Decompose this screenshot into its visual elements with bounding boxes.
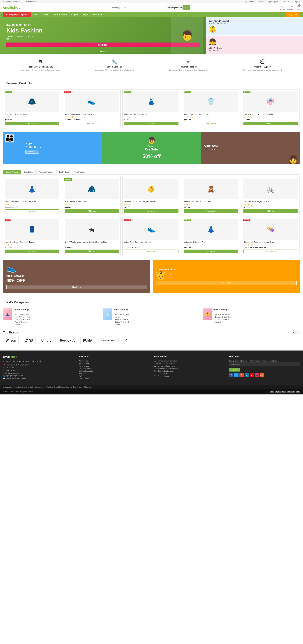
show-all-baby[interactable]: Show All xyxy=(213,321,232,323)
list-item[interactable]: Rompers & Body S... xyxy=(213,316,232,318)
add-to-cart-5[interactable]: Add to cart xyxy=(244,122,298,125)
list-item[interactable]: Shorts & Three-Fou... xyxy=(114,318,131,321)
recent-name-4[interactable]: Kashion Toys Pink Fur Teddy Bear xyxy=(184,201,238,203)
policy-item-terms-use[interactable]: Terms of Use xyxy=(78,365,149,367)
cart-icon[interactable]: 🛒 0 Cart xyxy=(296,5,300,10)
brand-pantofola[interactable]: Pantofola d'Oro xyxy=(98,338,118,343)
list-item[interactable]: Tops & Bottom Sets xyxy=(14,316,32,318)
recent-name-3[interactable]: Attractive Pink & Gray Bodysuit For Kids xyxy=(124,201,178,203)
add-to-cart-r5[interactable]: Add to cart xyxy=(244,210,298,213)
product-name-3[interactable]: Motherson Red Cotton Frock xyxy=(124,113,178,116)
girls-category-title[interactable]: Girls' Clothing › xyxy=(14,308,32,312)
policy-item-faq[interactable]: FAQ xyxy=(78,375,149,378)
social-facebook[interactable]: f xyxy=(229,373,234,377)
dot-3[interactable] xyxy=(104,51,106,52)
show-all-boys[interactable]: › Show All xyxy=(114,323,131,326)
brand-wilson[interactable]: Wilson xyxy=(3,337,19,344)
add-to-cart-r6[interactable]: Add to cart xyxy=(5,250,59,253)
recent-name-8[interactable]: Action Flutter Green Casual Shoes xyxy=(124,241,178,243)
language[interactable]: English xyxy=(294,1,300,2)
policy-item-saved[interactable]: Saved Cards xyxy=(78,378,149,380)
social-google[interactable]: G xyxy=(240,373,244,377)
add-to-cart-r4[interactable]: Add to cart xyxy=(184,210,238,213)
select-options-2[interactable]: Select options xyxy=(65,122,119,125)
recent-name-10[interactable]: Knee Length Dress Lorem Ipsum Dolor xyxy=(244,241,298,243)
currency[interactable]: 0 Dollar (US) xyxy=(281,1,291,2)
post-item-4[interactable]: Duis autem vel eum iriure dolor xyxy=(154,367,224,370)
post-item-1[interactable]: Duis autem vel eum iriure dolor xyxy=(154,360,224,362)
brands-next-button[interactable]: › xyxy=(296,330,300,334)
list-item[interactable]: Tops, Tees & Shirts xyxy=(14,313,32,316)
brands-prev-button[interactable]: ‹ xyxy=(292,330,296,334)
clothing-night-dresses[interactable]: Night Dresses & Nighties xyxy=(73,386,91,388)
post-item-7[interactable]: Post Format: Image xyxy=(154,375,224,378)
brand-vans[interactable]: VANS xyxy=(22,337,36,344)
select-options-r1[interactable]: Select options xyxy=(5,210,59,213)
logo[interactable]: emallshop xyxy=(3,6,20,10)
search-input[interactable] xyxy=(110,5,166,10)
brand-umbro[interactable]: Umbro xyxy=(39,337,54,344)
social-linkedin[interactable]: in xyxy=(244,373,249,377)
recent-name-6[interactable]: Hunks Blue Denim Straight Fit Jeans xyxy=(5,241,59,243)
recent-name-2[interactable]: Blue Cotton Reversible Jacket xyxy=(65,201,119,203)
login-link[interactable]: Login/Register xyxy=(267,1,278,2)
post-item-6[interactable]: Post Format: Gallery xyxy=(154,372,224,375)
social-twitter[interactable]: t xyxy=(234,373,238,377)
social-youtube[interactable]: ▶ xyxy=(250,373,254,377)
tab-sale[interactable]: Sale Products xyxy=(72,170,88,174)
policy-item-payments[interactable]: Payments xyxy=(78,372,149,375)
tab-recent[interactable]: Recent Products xyxy=(3,170,21,174)
buy-now-button[interactable]: Buy Now! xyxy=(286,12,300,17)
brand-nike[interactable]: ✓ xyxy=(122,337,130,344)
add-to-cart-r9[interactable]: Add to cart xyxy=(184,250,238,253)
newsletter-input[interactable] xyxy=(229,362,300,366)
search-button[interactable]: 🔍 xyxy=(183,5,190,10)
accessories-bags[interactable]: Bags, Belts & Wallets · xyxy=(14,386,30,388)
recent-name-5[interactable]: Love Baby Blue Tricycle For Kids xyxy=(244,201,298,203)
add-to-cart-3[interactable]: Add to cart xyxy=(124,122,178,125)
clothing-dresses[interactable]: Dresses · xyxy=(66,386,73,388)
list-item[interactable]: Top & Bottom Sets xyxy=(114,313,131,316)
tab-best-selling[interactable]: Best Selling xyxy=(22,170,36,174)
recent-name-7[interactable]: Bike 6V Rechargeable Battery Operated Ri… xyxy=(65,241,119,243)
list-item[interactable]: Shirts, T-Shirts & T... xyxy=(213,313,232,316)
checkout-link[interactable]: Checkout xyxy=(257,1,264,2)
nav-portfolios[interactable]: Portfolios ▾ xyxy=(90,12,104,17)
categories-toggle[interactable]: ☰ Shopping Categories xyxy=(3,12,30,17)
list-item[interactable]: T-shirts xyxy=(114,316,131,318)
nav-blog[interactable]: Blog ▾ xyxy=(80,12,90,17)
tab-top-reviews[interactable]: Top Reviews xyxy=(56,170,71,174)
accessories-belts[interactable]: Belts · xyxy=(30,386,34,388)
select-options-r10[interactable]: Select options xyxy=(244,250,298,253)
policy-item-privacy[interactable]: Privacy Policy xyxy=(78,360,149,362)
brand-reebok[interactable]: Reebok △ xyxy=(57,337,77,344)
social-rss[interactable]: RSS xyxy=(260,373,264,377)
nav-shop[interactable]: Shop ▾ xyxy=(40,12,50,17)
compare-icon[interactable]: ⇄ Compare xyxy=(288,5,294,10)
category-select[interactable]: All Categories xyxy=(166,5,183,10)
add-to-cart-r2[interactable]: Add to cart xyxy=(65,210,119,213)
recent-name-9[interactable]: Motherson Red Cotton Frock xyxy=(184,241,238,243)
add-to-cart-r3[interactable]: Add to cart xyxy=(124,210,178,213)
product-name-1[interactable]: Blue Cotton Reversible Jacket xyxy=(5,113,59,116)
product-name-4[interactable]: Jutkids Pink Cotton Half Sleeves xyxy=(184,113,238,116)
my-account-link[interactable]: My Account xyxy=(245,1,254,2)
list-item[interactable]: Frocks, Dresses & S... xyxy=(213,318,232,321)
dot-1[interactable] xyxy=(100,51,102,52)
dot-2[interactable] xyxy=(102,51,104,52)
post-item-2[interactable]: Lorem ipsum dolor sit amet xyxy=(154,362,224,365)
select-options-r8[interactable]: Select options xyxy=(124,250,178,253)
select-options-4[interactable]: Select options xyxy=(184,122,238,125)
add-to-cart-r7[interactable]: Add to cart xyxy=(65,250,119,253)
educational-shop-button[interactable]: Shop Now ▶ xyxy=(156,281,297,285)
footwear-shop-button[interactable]: Shop Now ▶ xyxy=(6,285,147,289)
tab-featured[interactable]: Featured Products xyxy=(36,170,56,174)
social-instagram[interactable]: 📷 xyxy=(255,373,259,377)
post-item-5[interactable]: Stet clita kasd gubergren xyxy=(154,370,224,372)
policy-item-customer[interactable]: Customer Service xyxy=(78,367,149,370)
recent-name-1[interactable]: Ishika Garments Red Frock - Baby Girls xyxy=(5,201,59,203)
nav-home[interactable]: Home xyxy=(30,12,40,17)
list-item[interactable]: Frocks, Dresses xyxy=(14,321,32,323)
boys-category-title[interactable]: Boys' Clothing › xyxy=(114,308,131,312)
list-item[interactable]: Lehengas, Cholis & ... xyxy=(14,318,32,321)
